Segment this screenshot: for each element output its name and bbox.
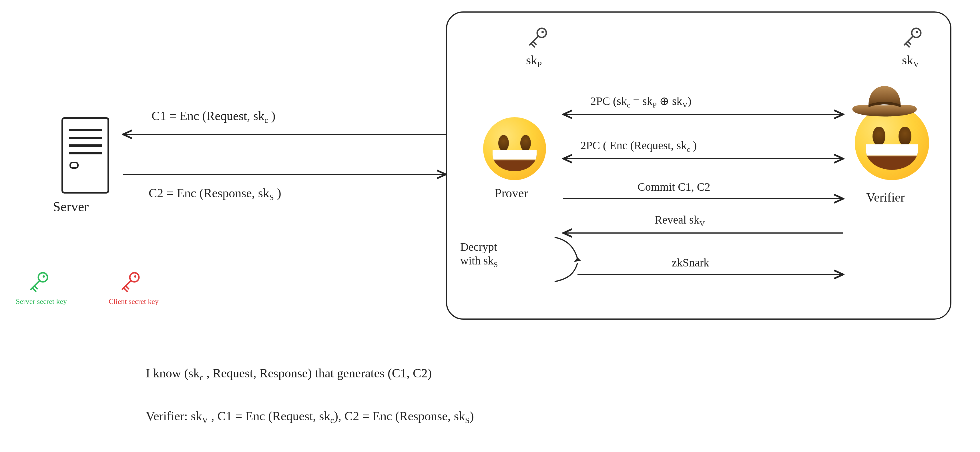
- server-key-icon: [26, 270, 51, 296]
- step2-label: 2PC ( Enc (Request, skc ): [580, 138, 697, 154]
- svg-point-9: [43, 275, 45, 278]
- step1-label: 2PC (skc = skP ⊕ skV): [590, 94, 692, 110]
- svg-line-27: [908, 41, 910, 44]
- step3-label: Commit C1, C2: [638, 180, 710, 194]
- svg-line-16: [124, 288, 127, 291]
- svg-line-21: [531, 43, 535, 47]
- verifier-key-label: skV: [902, 53, 919, 69]
- svg-point-19: [541, 31, 544, 33]
- bottom-note-1: I know (skc , Request, Response) that ge…: [146, 366, 432, 382]
- server-key-label: Server secret key: [16, 297, 67, 306]
- svg-line-11: [32, 288, 36, 291]
- verifier-emoji: [855, 106, 929, 180]
- svg-point-24: [916, 31, 918, 33]
- prover-key-icon: [525, 26, 550, 51]
- verifier-label: Verifier: [866, 190, 905, 205]
- bottom-note-2: Verifier: skV , C1 = Enc (Request, skc),…: [146, 409, 474, 425]
- server-label: Server: [53, 199, 89, 215]
- client-key-icon: [117, 270, 143, 296]
- svg-line-22: [533, 41, 536, 44]
- step4-label: Reveal skV: [655, 213, 705, 228]
- c1-formula: C1 = Enc (Request, skc ): [151, 109, 275, 125]
- client-key-label: Client secret key: [109, 297, 159, 306]
- decrypt-label: Decrypt with skS: [460, 240, 498, 269]
- svg-point-14: [134, 275, 136, 278]
- svg-line-17: [126, 286, 129, 289]
- svg-line-12: [34, 286, 37, 289]
- c2-formula: C2 = Enc (Response, skS ): [149, 186, 281, 202]
- prover-emoji: [483, 117, 546, 180]
- verifier-key-icon: [899, 26, 925, 51]
- prover-label: Prover: [495, 186, 528, 201]
- prover-key-label: skP: [526, 53, 542, 69]
- server-icon: [62, 117, 109, 194]
- step5-label: zkSnark: [672, 256, 709, 269]
- svg-line-26: [906, 43, 909, 47]
